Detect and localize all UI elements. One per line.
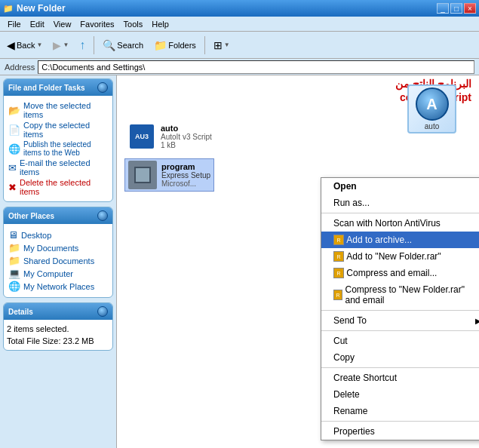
file-tasks-circle bbox=[97, 82, 108, 93]
toolbar: ◀ Back ▼ ▶ ▼ ↑ 🔍 Search 📁 Folders ⊞ ▼ bbox=[0, 32, 479, 59]
ctx-cut-label: Cut bbox=[333, 336, 348, 346]
menu-help[interactable]: Help bbox=[147, 18, 173, 30]
search-button[interactable]: 🔍 Search bbox=[99, 37, 147, 54]
ctx-send-to[interactable]: Send To ▶ bbox=[321, 312, 479, 329]
compiled-label: auto bbox=[425, 122, 439, 130]
back-button[interactable]: ◀ Back ▼ bbox=[3, 37, 46, 54]
up-arrow-icon: ↑ bbox=[79, 38, 85, 52]
toolbar-separator-2 bbox=[204, 36, 205, 54]
move-items-link[interactable]: 📂 Move the selected items bbox=[7, 100, 109, 120]
context-menu: Open Run as... Scan with Norton AntiViru… bbox=[321, 177, 479, 440]
maximize-button[interactable]: □ bbox=[450, 3, 462, 14]
address-bar: Address bbox=[0, 59, 479, 75]
views-button[interactable]: ⊞ ▼ bbox=[210, 37, 234, 54]
folders-button[interactable]: 📁 Folders bbox=[150, 37, 200, 54]
size-value: 23.2 MB bbox=[63, 336, 94, 345]
details-circle bbox=[97, 306, 108, 317]
file-item-program[interactable]: program Express Setup Microsof... bbox=[124, 158, 214, 192]
rar-icon-1: R bbox=[333, 235, 344, 245]
ctx-compress-email[interactable]: R Compress and email... bbox=[321, 265, 479, 281]
toolbar-separator-1 bbox=[94, 36, 94, 54]
ctx-sep-2 bbox=[321, 310, 479, 311]
details-size: Total File Size: 23.2 MB bbox=[7, 336, 109, 345]
file-auto-info: auto AutoIt v3 Script 1 kB bbox=[161, 124, 212, 149]
file-area: البرنامج الناتج من compile script ↙ A au… bbox=[117, 75, 479, 448]
ctx-run-as[interactable]: Run as... bbox=[321, 195, 479, 211]
title-bar: 📁 New Folder _ □ × bbox=[0, 0, 479, 17]
my-documents-icon: 📁 bbox=[8, 242, 20, 253]
my-documents-link[interactable]: 📁 My Documents bbox=[7, 241, 109, 254]
ctx-rename-label: Rename bbox=[333, 406, 367, 416]
address-input[interactable] bbox=[38, 60, 474, 74]
copy-items-link[interactable]: 📄 Copy the selected items bbox=[7, 120, 109, 140]
minimize-button[interactable]: _ bbox=[437, 3, 449, 14]
menu-file[interactable]: File bbox=[3, 18, 26, 30]
ctx-send-to-arrow-icon: ▶ bbox=[475, 317, 479, 325]
my-computer-link[interactable]: 💻 My Computer bbox=[7, 267, 109, 280]
compiled-icon-circle: A bbox=[416, 87, 449, 121]
ctx-add-folder-rar-left: R Add to "New Folder.rar" bbox=[333, 251, 441, 262]
file-item-auto[interactable]: AU3 auto AutoIt v3 Script 1 kB bbox=[124, 121, 215, 152]
main-content: File and Folder Tasks 📂 Move the selecte… bbox=[0, 75, 479, 448]
publish-icon: 🌐 bbox=[8, 143, 20, 155]
menu-view[interactable]: View bbox=[49, 18, 76, 30]
close-button[interactable]: × bbox=[464, 3, 476, 14]
ctx-delete[interactable]: Delete bbox=[321, 386, 479, 403]
ctx-create-shortcut[interactable]: Create Shortcut bbox=[321, 370, 479, 386]
file-program-name: program bbox=[161, 162, 210, 171]
ctx-compress-folder-email-left: R Compress to "New Folder.rar" and email bbox=[333, 284, 479, 305]
size-label: Total File Size: bbox=[7, 336, 61, 345]
publish-link[interactable]: 🌐 Publish the selected items to the Web bbox=[7, 140, 109, 158]
my-computer-icon: 💻 bbox=[8, 268, 20, 279]
details-header: Details bbox=[4, 303, 112, 320]
views-icon: ⊞ bbox=[213, 39, 223, 51]
rar-icon-3: R bbox=[333, 268, 344, 278]
file-auto-size: 1 kB bbox=[161, 141, 212, 149]
file-auto-type: AutoIt v3 Script bbox=[161, 133, 212, 141]
network-places-link[interactable]: 🌐 My Network Places bbox=[7, 280, 109, 293]
delete-icon: ✖ bbox=[8, 182, 17, 193]
ctx-run-as-label: Run as... bbox=[333, 198, 370, 208]
up-button[interactable]: ↑ bbox=[75, 36, 89, 54]
file-tasks-title: File and Folder Tasks bbox=[8, 84, 85, 92]
ctx-delete-label: Delete bbox=[333, 389, 360, 400]
ctx-add-archive[interactable]: R Add to archive... bbox=[321, 232, 479, 248]
ctx-norton[interactable]: Scan with Norton AntiVirus bbox=[321, 215, 479, 232]
shared-documents-link[interactable]: 📁 Shared Documents bbox=[7, 254, 109, 267]
ctx-copy[interactable]: Copy bbox=[321, 349, 479, 366]
ctx-compress-email-label: Compress and email... bbox=[346, 268, 437, 278]
ctx-copy-label: Copy bbox=[333, 352, 355, 363]
details-panel: Details 2 items selected. Total File Siz… bbox=[3, 302, 113, 351]
ctx-sep-1 bbox=[321, 213, 479, 213]
email-link[interactable]: ✉ E-mail the selected items bbox=[7, 158, 109, 177]
ctx-properties[interactable]: Properties bbox=[321, 423, 479, 440]
file-tasks-header: File and Folder Tasks bbox=[4, 79, 112, 96]
menu-edit[interactable]: Edit bbox=[26, 18, 49, 30]
file-tasks-panel: File and Folder Tasks 📂 Move the selecte… bbox=[3, 78, 113, 202]
ctx-open[interactable]: Open bbox=[321, 178, 479, 195]
file-program-subtitle2: Microsof... bbox=[161, 180, 210, 188]
forward-button[interactable]: ▶ ▼ bbox=[49, 37, 72, 54]
other-places-circle bbox=[97, 210, 108, 221]
delete-link[interactable]: ✖ Delete the selected items bbox=[7, 177, 109, 197]
ctx-send-to-label: Send To bbox=[333, 315, 367, 326]
ctx-rename[interactable]: Rename bbox=[321, 403, 479, 419]
email-icon: ✉ bbox=[8, 162, 17, 173]
ctx-cut[interactable]: Cut bbox=[321, 333, 479, 349]
rar-icon-2: R bbox=[333, 251, 344, 262]
program-icon bbox=[128, 161, 157, 189]
ctx-add-folder-rar-label: Add to "New Folder.rar" bbox=[346, 251, 441, 262]
menu-favorites[interactable]: Favorites bbox=[75, 18, 118, 30]
ctx-compress-folder-email[interactable]: R Compress to "New Folder.rar" and email bbox=[321, 281, 479, 308]
menu-tools[interactable]: Tools bbox=[119, 18, 148, 30]
desktop-link[interactable]: 🖥 Desktop bbox=[7, 229, 109, 241]
details-body: 2 items selected. Total File Size: 23.2 … bbox=[4, 320, 112, 350]
ctx-sep-4 bbox=[321, 367, 479, 368]
details-title: Details bbox=[8, 308, 33, 316]
rar-icon-4: R bbox=[333, 290, 342, 300]
ctx-add-folder-rar[interactable]: R Add to "New Folder.rar" bbox=[321, 248, 479, 265]
back-dropdown-icon: ▼ bbox=[36, 41, 42, 48]
compiled-icon-area: A auto bbox=[407, 84, 456, 133]
left-panel: File and Folder Tasks 📂 Move the selecte… bbox=[0, 75, 117, 448]
ctx-add-archive-label: Add to archive... bbox=[346, 235, 412, 245]
